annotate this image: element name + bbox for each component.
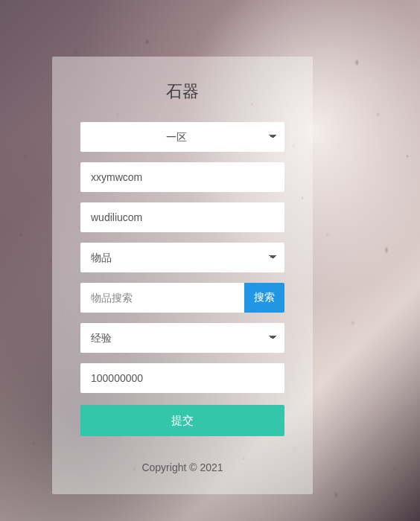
- item-type-select[interactable]: 物品: [80, 243, 284, 272]
- search-button[interactable]: 搜索: [244, 283, 284, 313]
- region-select[interactable]: 一区: [80, 122, 284, 152]
- copyright-text: Copyright © 2021: [80, 461, 284, 473]
- item-search-input[interactable]: [80, 283, 244, 313]
- reward-type-select[interactable]: 经验: [80, 323, 284, 353]
- amount-input[interactable]: [80, 363, 284, 393]
- character-input[interactable]: [80, 202, 284, 232]
- page-title: 石器: [80, 80, 284, 103]
- search-row: 搜索: [80, 283, 284, 313]
- account-input[interactable]: [80, 162, 284, 192]
- form-panel: 石器 一区 物品 搜索 经验 提交 Copyright © 2021: [52, 57, 313, 494]
- submit-button[interactable]: 提交: [80, 405, 284, 436]
